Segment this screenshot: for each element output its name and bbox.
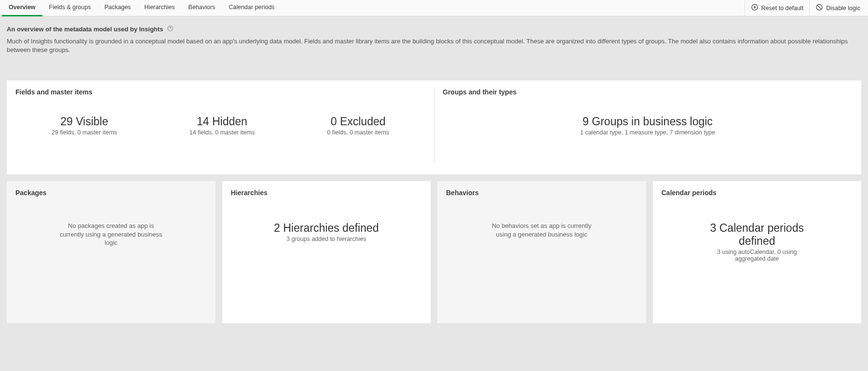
top-actions: Reset to default Disable logic [745, 0, 866, 16]
stat-excluded: 0 Excluded 0 fields, 0 master items [327, 115, 389, 136]
description-title: An overview of the metadata model used b… [7, 26, 163, 33]
calendar-card-big: 3 Calendar periods defined [709, 222, 805, 248]
behaviors-card-title: Behaviors [446, 189, 637, 197]
hierarchies-card-big: 2 Hierarchies defined [274, 222, 379, 235]
calendar-card-title: Calendar periods [662, 189, 853, 197]
fields-master-panel: Fields and master items 29 Visible 29 fi… [7, 80, 434, 174]
hierarchies-card-body: 2 Hierarchies defined 3 groups added to … [231, 206, 422, 242]
fields-master-stats: 29 Visible 29 fields, 0 master items 14 … [15, 106, 425, 136]
tab-hierarchies[interactable]: Hierarchies [137, 0, 181, 16]
groups-stats: 9 Groups in business logic 1 calendar ty… [443, 106, 853, 136]
stat-hidden-sub: 14 fields, 0 master items [190, 129, 255, 136]
disable-label: Disable logic [826, 5, 860, 12]
description-block: An overview of the metadata model used b… [0, 16, 868, 61]
description-title-row: An overview of the metadata model used b… [7, 25, 861, 33]
stat-visible-big: 29 Visible [52, 115, 117, 128]
tab-overview[interactable]: Overview [2, 0, 42, 16]
stat-hidden-big: 14 Hidden [190, 115, 255, 128]
calendar-card[interactable]: Calendar periods 3 Calendar periods defi… [653, 181, 862, 323]
stat-groups-big: 9 Groups in business logic [580, 115, 715, 128]
tab-behaviors[interactable]: Behaviors [182, 0, 222, 16]
hierarchies-card[interactable]: Hierarchies 2 Hierarchies defined 3 grou… [222, 181, 431, 323]
svg-point-3 [170, 29, 171, 30]
tab-bar: Overview Fields & groups Packages Hierar… [0, 0, 868, 16]
packages-card-title: Packages [15, 189, 207, 197]
groups-title: Groups and their types [443, 88, 853, 96]
packages-card-body: No packages created as app is currently … [15, 206, 207, 247]
tab-packages[interactable]: Packages [97, 0, 137, 16]
disable-icon [815, 3, 823, 13]
tab-calendar-periods[interactable]: Calendar periods [222, 0, 281, 16]
stat-excluded-big: 0 Excluded [327, 115, 389, 128]
stat-visible-sub: 29 fields, 0 master items [52, 129, 117, 136]
disable-logic-button[interactable]: Disable logic [809, 0, 866, 16]
stat-groups: 9 Groups in business logic 1 calendar ty… [580, 115, 715, 136]
stat-visible: 29 Visible 29 fields, 0 master items [52, 115, 117, 136]
packages-card[interactable]: Packages No packages created as app is c… [7, 181, 216, 323]
description-text: Much of Insights functionality is ground… [7, 37, 861, 54]
calendar-card-sub: 3 using autoCalendar, 0 using aggregated… [709, 249, 805, 262]
stat-excluded-sub: 0 fields, 0 master items [327, 129, 389, 136]
packages-card-msg: No packages created as app is currently … [58, 222, 164, 247]
behaviors-card-msg: No behaviors set as app is currently usi… [488, 222, 595, 238]
hierarchies-card-sub: 3 groups added to hierarchies [286, 236, 366, 242]
reset-icon [751, 3, 759, 13]
content-area: Fields and master items 29 Visible 29 fi… [0, 80, 868, 323]
reset-to-default-button[interactable]: Reset to default [745, 0, 810, 16]
stat-hidden: 14 Hidden 14 fields, 0 master items [190, 115, 255, 136]
tabs: Overview Fields & groups Packages Hierar… [2, 0, 745, 16]
help-icon[interactable] [167, 25, 174, 33]
tab-fields-groups[interactable]: Fields & groups [42, 0, 98, 16]
summary-card: Fields and master items 29 Visible 29 fi… [7, 80, 861, 174]
fields-master-title: Fields and master items [15, 88, 425, 96]
behaviors-card[interactable]: Behaviors No behaviors set as app is cur… [437, 181, 646, 323]
cards-grid: Packages No packages created as app is c… [7, 181, 861, 323]
hierarchies-card-title: Hierarchies [231, 189, 422, 197]
groups-panel: Groups and their types 9 Groups in busin… [434, 80, 861, 174]
stat-groups-sub: 1 calendar type, 1 measure type, 7 dimen… [580, 129, 715, 136]
reset-label: Reset to default [761, 5, 804, 12]
calendar-card-body: 3 Calendar periods defined 3 using autoC… [662, 206, 853, 262]
behaviors-card-body: No behaviors set as app is currently usi… [446, 206, 637, 238]
